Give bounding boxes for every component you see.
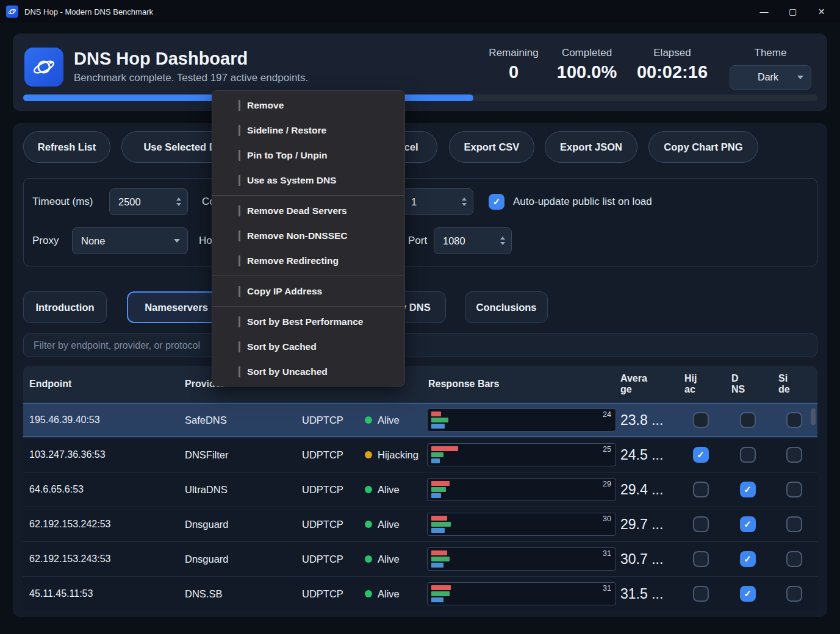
side-checkbox[interactable]: [786, 551, 802, 567]
col-dns: D NS: [724, 373, 771, 396]
proxy-select[interactable]: None: [72, 227, 188, 254]
status-label: Alive: [378, 554, 400, 565]
app-logo-icon: [24, 48, 63, 87]
hijack-checkbox[interactable]: [693, 412, 709, 428]
theme-select[interactable]: Dark: [730, 65, 811, 90]
menu-item-use-as-system-dns[interactable]: Use as System DNS: [212, 168, 404, 193]
side-checkbox[interactable]: [786, 482, 802, 497]
menu-item-remove[interactable]: Remove: [212, 93, 404, 118]
status-cell: Alive: [361, 588, 423, 600]
response-bar: [431, 591, 450, 596]
provider-cell: DNSFilter: [180, 449, 297, 461]
provider-cell: UltraDNS: [180, 484, 297, 496]
tab-introduction[interactable]: Introduction: [23, 291, 107, 323]
table-row[interactable]: 195.46.39.40:53 SafeDNS UDPTCP Alive 24 …: [23, 402, 817, 437]
spinner-up-icon[interactable]: [176, 198, 181, 201]
export-json-button[interactable]: Export JSON: [545, 131, 637, 163]
spinner-up-icon[interactable]: [500, 237, 505, 240]
menu-item-sort-by-uncached[interactable]: Sort by Uncached: [212, 359, 404, 384]
timeout-label: Timeout (ms): [32, 196, 93, 208]
theme-select-value: Dark: [739, 72, 797, 83]
stat-label: Elapsed: [637, 47, 708, 59]
menu-item-remove-redirecting[interactable]: Remove Redirecting: [212, 248, 404, 273]
tab-nameservers[interactable]: Nameservers: [127, 291, 226, 323]
response-bar: [431, 458, 440, 463]
filter-input[interactable]: [23, 333, 817, 357]
spinner-down-icon[interactable]: [176, 203, 181, 206]
table-row[interactable]: 62.192.153.243:53 Dnsguard UDPTCP Alive …: [23, 541, 817, 576]
theme-label: Theme: [730, 47, 811, 59]
dns-checkbox[interactable]: [740, 447, 756, 463]
context-menu: Remove Sideline / Restore Pin to Top / U…: [212, 90, 405, 386]
menu-item-marker-icon: [239, 316, 240, 327]
bar-value: 30: [603, 515, 611, 523]
spinner-down-icon[interactable]: [500, 242, 505, 245]
menu-item-marker-icon: [239, 230, 240, 241]
protocol-cell: UDPTCP: [297, 554, 361, 565]
close-button[interactable]: ✕: [807, 0, 836, 23]
average-cell: 30.7 ...: [617, 551, 677, 568]
spinner-down-icon[interactable]: [462, 203, 467, 206]
timeout-input[interactable]: 2500: [109, 188, 188, 215]
tab-conclusions[interactable]: Conclusions: [465, 291, 548, 323]
refresh-list-button[interactable]: Refresh List: [23, 131, 110, 163]
menu-item-marker-icon: [239, 255, 240, 266]
side-checkbox[interactable]: [786, 516, 802, 532]
side-checkbox[interactable]: [786, 412, 802, 428]
spinner-up-icon[interactable]: [462, 198, 467, 201]
protocol-cell: UDPTCP: [297, 519, 361, 530]
menu-item-label: Remove Dead Servers: [247, 205, 347, 216]
table-row[interactable]: 64.6.65.6:53 UltraDNS UDPTCP Alive 29 29…: [23, 472, 817, 507]
dns-checkbox[interactable]: [740, 482, 756, 497]
timeout-value: 2500: [110, 196, 176, 208]
table-row[interactable]: 62.192.153.242:53 Dnsguard UDPTCP Alive …: [23, 507, 817, 541]
export-csv-button[interactable]: Export CSV: [449, 131, 534, 163]
menu-item-pin-to-top[interactable]: Pin to Top / Unpin: [212, 143, 404, 168]
menu-item-sideline-restore[interactable]: Sideline / Restore: [212, 118, 404, 143]
dns-checkbox[interactable]: [740, 412, 756, 428]
response-bar: [431, 585, 451, 590]
dns-checkbox[interactable]: [740, 516, 756, 532]
menu-item-remove-dead-servers[interactable]: Remove Dead Servers: [212, 198, 404, 223]
proxy-label: Proxy: [32, 235, 59, 247]
average-cell: 29.4 ...: [617, 482, 677, 498]
hijack-checkbox[interactable]: [693, 551, 709, 567]
table-row[interactable]: 45.11.45.11:53 DNS.SB UDPTCP Alive 31 31…: [23, 576, 817, 611]
window-title: DNS Hop - Modern DNS Benchmark: [24, 7, 153, 16]
hijack-checkbox[interactable]: [693, 482, 709, 497]
nameservers-table: Endpoint Provider Response Bars Avera ge…: [23, 366, 817, 611]
table-row[interactable]: 103.247.36.36:53 DNSFilter UDPTCP Hijack…: [23, 437, 817, 472]
response-bar: [431, 493, 441, 498]
menu-item-label: Copy IP Address: [247, 286, 322, 297]
response-bar: [431, 597, 443, 602]
status-dot: [365, 416, 372, 424]
endpoint-cell: 62.192.153.242:53: [23, 519, 180, 530]
hijack-checkbox[interactable]: [693, 516, 709, 532]
port-input[interactable]: 1080: [434, 227, 512, 254]
auto-update-checkbox[interactable]: [489, 194, 504, 210]
side-checkbox[interactable]: [786, 447, 802, 463]
copy-chart-png-button[interactable]: Copy Chart PNG: [648, 131, 758, 163]
menu-item-marker-icon: [239, 100, 240, 111]
app-icon: [6, 5, 18, 18]
minimize-button[interactable]: —: [750, 0, 778, 23]
dns-checkbox[interactable]: [740, 551, 756, 567]
table-header: Endpoint Provider Response Bars Avera ge…: [23, 366, 817, 402]
response-bars: 29: [427, 478, 616, 501]
menu-item-remove-non-dnssec[interactable]: Remove Non-DNSSEC: [212, 223, 404, 248]
response-bars: 31: [427, 582, 616, 605]
menu-item-sort-by-cached[interactable]: Sort by Cached: [212, 334, 404, 359]
menu-item-sort-best-performance[interactable]: Sort by Best Performance: [212, 309, 404, 334]
settings-panel: Timeout (ms) 2500 Concurrency 1 Auto-upd…: [23, 178, 817, 266]
maximize-button[interactable]: ▢: [778, 0, 807, 23]
dashboard-header: DNS Hop Dashboard Benchmark complete. Te…: [13, 34, 827, 111]
stat-elapsed: Elapsed 00:02:16: [637, 34, 708, 101]
hijack-checkbox[interactable]: [693, 447, 709, 463]
side-checkbox[interactable]: [786, 586, 802, 602]
provider-cell: Dnsguard: [180, 554, 297, 565]
menu-item-copy-ip-address[interactable]: Copy IP Address: [212, 279, 404, 304]
dns-checkbox[interactable]: [740, 586, 756, 602]
concurrency-input[interactable]: 1: [402, 188, 473, 215]
hijack-checkbox[interactable]: [693, 586, 709, 602]
table-scrollbar[interactable]: [811, 408, 816, 425]
